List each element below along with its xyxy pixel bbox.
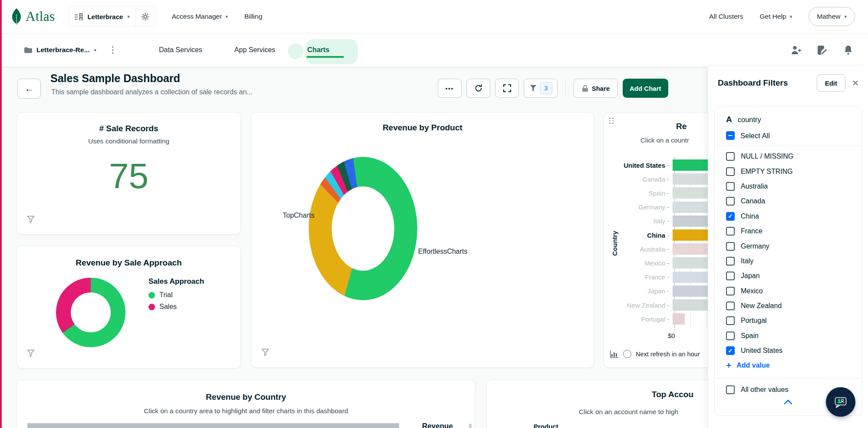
gear-icon xyxy=(141,13,149,21)
brand-wordmark: Atlas xyxy=(26,9,55,24)
checkbox[interactable] xyxy=(726,227,735,236)
access-manager-label: Access Manager xyxy=(172,13,222,20)
get-help-menu[interactable]: Get Help ▾ xyxy=(759,13,792,20)
all-clusters-label: All Clusters xyxy=(709,13,743,20)
more-options-button[interactable]: ••• xyxy=(438,79,462,98)
bar-category-label: Germany xyxy=(604,203,671,211)
checkbox[interactable] xyxy=(726,287,735,295)
chevron-down-icon[interactable]: ▾ xyxy=(94,48,96,53)
chart-subtitle: Click on an account name to high xyxy=(579,408,678,416)
bar-category-label: China xyxy=(604,232,671,239)
dashboard-filters-panel: Dashboard Filters Edit × A country Selec… xyxy=(708,66,868,428)
checkbox[interactable] xyxy=(726,197,735,206)
chat-bubble-button[interactable] xyxy=(826,387,855,417)
select-all-row[interactable]: Select All xyxy=(715,131,861,140)
checkbox[interactable]: ✓ xyxy=(726,212,735,221)
panel-title: Dashboard Filters xyxy=(718,78,817,88)
card-revenue-by-sale-approach: Revenue by Sale Approach Sales Approach … xyxy=(17,246,241,368)
slice-label-topcharts: TopCharts xyxy=(283,212,314,219)
checkbox[interactable] xyxy=(726,242,735,251)
billing-link[interactable]: Billing xyxy=(244,13,262,20)
filter-option[interactable]: ✓United States xyxy=(715,343,861,358)
invite-user-icon[interactable] xyxy=(791,46,801,55)
filter-funnel-icon xyxy=(529,84,537,92)
filter-option[interactable]: ✓China xyxy=(715,209,861,224)
bar-category-label: Italy xyxy=(604,217,671,225)
all-clusters-link[interactable]: All Clusters xyxy=(709,13,743,20)
filter-option[interactable]: Portugal xyxy=(715,313,861,328)
filter-option[interactable]: New Zealand xyxy=(715,299,861,313)
checkbox[interactable] xyxy=(726,182,735,191)
scrollbar[interactable] xyxy=(469,424,472,428)
filter-option[interactable]: Italy xyxy=(715,254,861,269)
close-panel-icon[interactable]: × xyxy=(852,78,858,88)
chart-area-partial[interactable] xyxy=(27,423,399,428)
edit-charts-icon[interactable] xyxy=(818,46,828,55)
edit-filters-button[interactable]: Edit xyxy=(817,74,845,92)
add-value-button[interactable]: + Add value xyxy=(715,358,861,373)
filter-option[interactable]: France xyxy=(715,224,861,239)
tab-data-services[interactable]: Data Services xyxy=(159,46,202,54)
dashboard-toolbar: ••• 3 Share Add Chart xyxy=(438,79,668,98)
top-nav: Atlas Letterbrace ▾ Access Manager ▾ Bil… xyxy=(0,0,868,33)
bar[interactable] xyxy=(673,313,685,325)
filter-option-label: United States xyxy=(741,347,782,355)
tab-app-services[interactable]: App Services xyxy=(234,46,275,54)
access-manager-menu[interactable]: Access Manager ▾ xyxy=(172,13,228,20)
legend-item[interactable]: Trial xyxy=(149,291,204,299)
card-filter-icon[interactable] xyxy=(26,215,35,226)
drag-handle-icon[interactable] xyxy=(609,118,614,124)
checkbox[interactable] xyxy=(726,167,735,176)
card-revenue-by-country: Revenue by Country Click on a country ar… xyxy=(17,380,475,428)
user-name: Mathew xyxy=(817,13,840,20)
filter-option[interactable]: EMPTY STRING xyxy=(715,164,861,179)
checkbox[interactable] xyxy=(726,257,735,265)
checkbox[interactable] xyxy=(726,332,735,340)
checkbox[interactable]: ✓ xyxy=(726,346,735,355)
add-chart-button[interactable]: Add Chart xyxy=(623,79,668,98)
fullscreen-icon xyxy=(503,84,511,92)
card-filter-icon[interactable] xyxy=(26,349,35,359)
all-other-values-checkbox[interactable] xyxy=(726,385,735,394)
checkbox[interactable] xyxy=(726,302,735,310)
fullscreen-button[interactable] xyxy=(495,79,519,98)
bar-category-label: New Zealand xyxy=(604,302,671,309)
checkbox[interactable] xyxy=(726,272,735,280)
filter-option-label: Canada xyxy=(741,197,765,205)
chart-title: Revenue by Product xyxy=(251,123,594,133)
filter-option[interactable]: NULL / MISSING xyxy=(715,149,861,164)
bell-icon[interactable] xyxy=(844,46,852,55)
kebab-menu-icon[interactable] xyxy=(110,44,116,56)
dashboard-filter-button[interactable]: 3 xyxy=(524,79,558,98)
org-menu-trigger[interactable]: Letterbrace ▾ xyxy=(69,13,135,20)
legend-item[interactable]: Sales xyxy=(149,303,204,311)
filter-field-name: country xyxy=(738,116,761,124)
select-all-checkbox[interactable] xyxy=(726,131,735,140)
checkbox[interactable] xyxy=(726,316,735,325)
filter-option[interactable]: Germany xyxy=(715,239,861,253)
atlas-logo[interactable]: Atlas xyxy=(11,8,55,25)
filter-option[interactable]: Canada xyxy=(715,194,861,209)
user-menu[interactable]: Mathew ▾ xyxy=(809,7,855,26)
back-arrow-icon: ← xyxy=(25,84,33,94)
filter-field-card: A country Select All NULL / MISSINGEMPTY… xyxy=(714,106,862,416)
chevron-down-icon: ▾ xyxy=(127,14,130,19)
tab-hover-highlight xyxy=(288,43,304,59)
share-button[interactable]: Share xyxy=(574,79,618,98)
back-button[interactable]: ← xyxy=(17,79,41,99)
filter-option[interactable]: Japan xyxy=(715,269,861,283)
filter-option-label: Mexico xyxy=(741,287,763,295)
collapse-chevron-up-icon[interactable] xyxy=(784,399,792,408)
filter-option[interactable]: Australia xyxy=(715,179,861,194)
project-name[interactable]: Letterbrace-Re... xyxy=(36,46,89,54)
tab-charts[interactable]: Charts xyxy=(307,46,330,54)
card-filter-icon[interactable] xyxy=(261,348,270,358)
refresh-button[interactable] xyxy=(466,79,490,98)
org-settings-button[interactable] xyxy=(136,13,155,21)
filter-option[interactable]: Mexico xyxy=(715,284,861,299)
filter-option[interactable]: Spain xyxy=(715,328,861,343)
sale-approach-legend-items: TrialSales xyxy=(149,291,204,311)
share-label: Share xyxy=(592,85,610,92)
checkbox[interactable] xyxy=(726,152,735,161)
plus-icon: + xyxy=(726,360,731,371)
